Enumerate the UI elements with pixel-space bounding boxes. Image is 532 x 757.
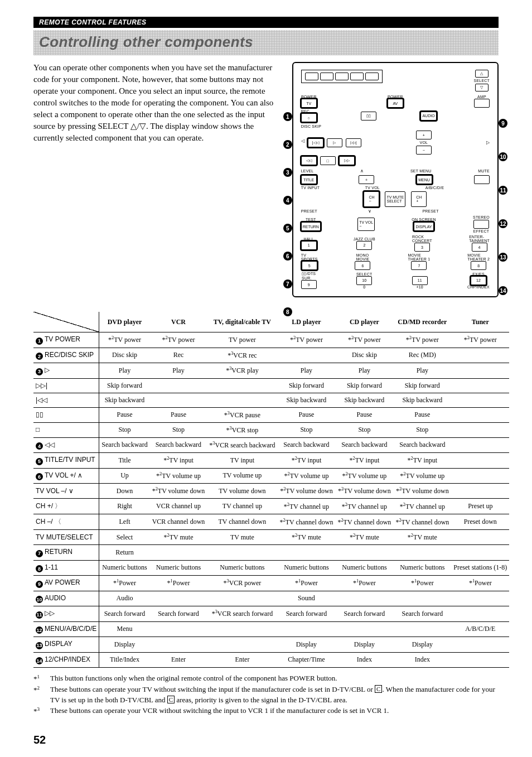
table-cell: Skip backward	[335, 393, 393, 407]
table-cell: *3VCR play	[207, 363, 277, 379]
intro-paragraph: You can operate other components when yo…	[33, 62, 275, 297]
table-cell: *1Power	[335, 576, 393, 591]
bullet-12: 12	[36, 626, 43, 634]
audio-button[interactable]: AUDIO	[420, 112, 436, 120]
next-track-icon: ▷	[486, 140, 490, 145]
abcde-label: A/B/C/D/E	[425, 186, 444, 190]
table-cell	[451, 407, 509, 422]
num-2-button[interactable]: 2	[356, 241, 372, 250]
table-cell: Menu	[99, 621, 150, 637]
bullet-9: 9	[36, 581, 43, 588]
ch-minus-button[interactable]: CH−	[364, 191, 379, 207]
num-9-button[interactable]: 9	[301, 280, 317, 289]
table-cell: Disc skip	[99, 348, 150, 363]
stop-button[interactable]: □	[320, 156, 336, 165]
vol-up-button[interactable]: +	[416, 131, 432, 139]
table-cell: Left	[99, 514, 150, 530]
table-row: 12MENU/A/B/C/D/EMenuA/B/C/D/E	[33, 621, 509, 637]
callout-2: 2	[283, 140, 292, 149]
table-cell: Play	[335, 363, 393, 379]
plus-button[interactable]: +	[359, 175, 374, 184]
play-button[interactable]: ▷	[327, 138, 342, 147]
bullet-11: 11	[36, 611, 43, 619]
search-fwd-button[interactable]: ▷▷	[339, 156, 355, 165]
table-cell: *3VCR pause	[207, 407, 277, 422]
skip-fwd-button[interactable]: ▷▷|	[346, 138, 361, 147]
table-cell: *2TV input	[277, 453, 335, 469]
num-8-button[interactable]: 8	[471, 261, 486, 270]
table-cell: Search backward	[335, 437, 393, 453]
table-cell: Numeric buttons	[207, 560, 277, 576]
table-cell	[150, 378, 207, 393]
display-button[interactable]: DISPLAY	[414, 222, 433, 231]
table-cell: Return	[99, 545, 150, 561]
num-3-button[interactable]: 3	[414, 243, 430, 252]
table-cell: *3VCR search forward	[207, 606, 277, 622]
num-10-button[interactable]: 10	[356, 276, 372, 285]
table-row: |◁◁Skip backwardSkip backwardSkip backwa…	[33, 393, 509, 407]
return-button[interactable]: RETURN	[301, 222, 321, 231]
tvvol-minus-button[interactable]: TV VOL−	[357, 218, 375, 231]
table-cell	[335, 545, 393, 561]
table-row: CH –/ 〈LeftVCR channel downTV channel do…	[33, 514, 509, 530]
table-cell: *2TV power	[277, 332, 335, 348]
table-cell: Play	[99, 363, 150, 379]
table-cell: *2TV volume down	[335, 484, 393, 499]
table-cell	[451, 348, 509, 363]
search-back-button[interactable]: ◁◁	[301, 156, 317, 165]
preset-l-label: PRESET	[301, 209, 317, 213]
table-cell: Enter	[207, 652, 277, 668]
table-cell: Display	[335, 637, 393, 653]
callout-6: 6	[283, 252, 292, 261]
select-up-button[interactable]: △	[475, 70, 489, 78]
num-1-button[interactable]: 1	[301, 241, 317, 250]
footnote: *2These buttons can operate your TV with…	[33, 684, 499, 706]
table-cell: Audio	[99, 591, 150, 606]
setmenu-label: SET MENU	[410, 169, 432, 173]
table-cell: Chapter/Time	[277, 652, 335, 668]
table-cell: Enter	[150, 652, 207, 668]
table-row: 13DISPLAYDisplayDisplayDisplayDisplay	[33, 637, 509, 653]
num-4-button[interactable]: 4	[472, 243, 487, 252]
table-cell	[207, 621, 277, 637]
num-11-button[interactable]: 11	[412, 276, 428, 285]
select-down-button[interactable]: ▽	[475, 84, 489, 91]
disc-skip-label: DISC SKIP	[301, 124, 321, 128]
exes-label: EX/ES	[472, 272, 485, 276]
table-cell	[451, 393, 509, 407]
effect-button[interactable]	[473, 220, 489, 229]
amp-button[interactable]	[474, 99, 490, 108]
table-cell: TV channel down	[207, 514, 277, 530]
skip-back-button[interactable]: |◁◁	[308, 138, 323, 147]
row-label: 12MENU/A/B/C/D/E	[33, 621, 99, 637]
table-cell	[150, 591, 207, 606]
table-cell: TV volume down	[207, 484, 277, 499]
num-7-button[interactable]: 7	[411, 261, 427, 270]
ch-plus-button[interactable]: CH+	[411, 191, 427, 207]
pause-button[interactable]: ▯▯	[361, 112, 376, 120]
table-cell: Rec	[150, 348, 207, 363]
num-6-button[interactable]: 6	[355, 261, 370, 270]
tv-power-button[interactable]: TV	[301, 99, 317, 108]
num-5-button[interactable]: 5	[302, 261, 317, 270]
row-label: 1412/CHP/INDEX	[33, 652, 99, 668]
menu-button[interactable]: MENU	[417, 175, 432, 184]
sel-label: SELECT	[356, 272, 372, 276]
table-cell	[207, 393, 277, 407]
title-button[interactable]: TITLE	[301, 175, 317, 184]
power-label-av: POWER	[388, 95, 403, 99]
table-cell: *2TV channel up	[335, 499, 393, 514]
tvmute-select-button[interactable]: TV MUTESELECT	[385, 191, 405, 207]
table-cell: *2TV power	[335, 332, 393, 348]
num-12-button[interactable]: 12	[471, 276, 486, 285]
table-cell: *3VCR stop	[207, 422, 277, 437]
plus10-label: +10	[416, 285, 423, 289]
vol-down-button[interactable]: −	[416, 146, 432, 155]
rec-button[interactable]: ○	[301, 113, 317, 122]
av-power-button[interactable]: AV	[388, 99, 403, 108]
callout-5: 5	[283, 224, 292, 233]
tvinput-label: TV INPUT	[301, 186, 320, 190]
table-row: □StopStop*3VCR stopStopStopStop	[33, 422, 509, 437]
table-cell: *2TV volume down	[277, 484, 335, 499]
mute-button[interactable]	[474, 175, 490, 184]
